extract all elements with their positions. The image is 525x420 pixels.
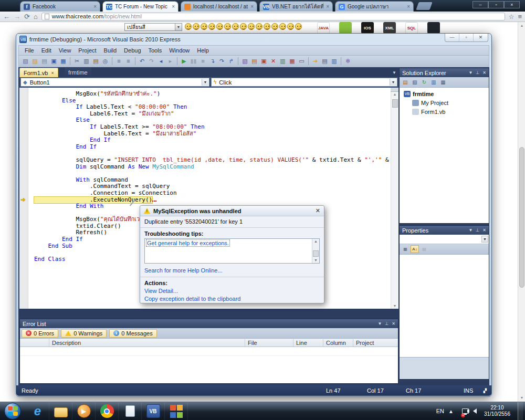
windows-explorer-icon[interactable] [49,402,72,420]
error-list-icon[interactable]: ✕ [269,57,278,66]
scroll-down-icon[interactable]: ▼ [391,304,398,308]
browser-tab[interactable]: localhost / localhost / att× [181,1,257,12]
smiley-emoticon-icon[interactable] [295,23,302,30]
scroll-down-icon[interactable]: ▼ [312,258,319,263]
view-designer-icon[interactable]: ▦ [439,78,447,86]
view-code-icon[interactable]: ▥ [429,78,438,86]
close-icon[interactable]: ✕ [482,228,486,233]
tips-scrollbar[interactable]: ▲ ▼ [312,239,319,263]
toolbox-icon[interactable]: ▦ [288,57,297,66]
tiles-app-icon[interactable] [165,402,188,420]
document-tab-frmtime[interactable]: frmtime [65,68,91,77]
column-header-file[interactable]: File [245,339,257,346]
notepad-icon[interactable] [119,402,142,420]
show-all-files-icon[interactable]: ▧ [411,78,419,86]
smiley-emoticon-icon[interactable] [279,23,286,30]
save-icon[interactable]: ▣ [49,57,58,66]
close-icon[interactable]: ✕ [316,207,320,214]
editor-vertical-scrollbar[interactable]: ▲ ▼ [391,88,398,309]
smiley-emoticon-icon[interactable] [240,23,247,30]
menu-icon[interactable]: ≡ [518,12,522,22]
column-header-line[interactable]: Line [293,339,307,346]
column-header-column[interactable]: Column [323,339,346,346]
categorized-icon[interactable]: ▦ [401,245,410,253]
step-out-icon[interactable]: ↱ [227,57,236,66]
smiley-emoticon-icon[interactable] [264,23,270,30]
watch-window-icon[interactable]: ▥ [330,57,339,66]
new-tab-button[interactable] [416,2,432,10]
splitter-handle[interactable] [391,88,398,92]
output-window-icon[interactable]: ▭ [297,57,306,66]
error-list-filter-0-errors[interactable]: ✕0 Errors [22,329,58,338]
color-select[interactable]: เปลี่ยนสี ▼ [124,23,182,31]
resize-grip-icon[interactable]: ▞ [484,388,487,393]
forward-icon[interactable]: → [14,12,20,22]
close-icon[interactable]: ✕ [392,321,395,326]
menu-edit[interactable]: Edit [38,46,55,55]
scrollbar-thumb[interactable] [519,147,524,288]
scrollbar-thumb[interactable] [392,99,398,108]
stop-icon[interactable]: ■ [198,57,207,66]
scroll-up-icon[interactable]: ▲ [519,23,524,28]
pause-icon[interactable]: ▮▮ [189,57,198,66]
properties-icon[interactable]: ▤ [401,78,410,86]
events-combo[interactable]: ϟ Click ▼ [211,78,397,87]
tab-close-icon[interactable]: × [51,70,54,76]
bookmark-star-icon[interactable]: ☆ [509,12,514,22]
call-stack-icon[interactable]: ▤ [320,57,329,66]
alphabetical-icon[interactable]: A↓ [411,245,419,253]
undo-icon[interactable]: ↶ [138,57,146,66]
speaker-icon[interactable] [473,408,477,414]
vs-minimize-button[interactable]: — [445,34,459,41]
vb-express-icon[interactable]: VB [142,402,165,420]
column-header-description[interactable]: Description [49,339,81,346]
smiley-emoticon-icon[interactable] [193,23,200,30]
navigate-back-icon[interactable]: ◂ [156,57,165,66]
language-indicator[interactable]: EN [436,408,444,414]
tree-item-form1-vb[interactable]: Form1.vb [400,107,489,116]
document-tab-form1-vb[interactable]: Form1.vb× [19,68,58,77]
browser-maximize-button[interactable]: ▫ [488,1,504,8]
browser-tab[interactable]: fFacebook× [20,1,100,12]
new-project-icon[interactable]: ▧ [21,57,30,66]
step-into-icon[interactable]: ↴ [208,57,217,66]
step-over-icon[interactable]: ↷ [217,57,226,66]
smiley-emoticon-icon[interactable] [216,23,223,30]
objects-combo[interactable]: ◆ Button1 ▼ [20,78,209,87]
smiley-emoticon-icon[interactable] [287,23,294,30]
immediate-window-icon[interactable]: ▥ [278,57,287,66]
smiley-emoticon-icon[interactable] [248,23,255,30]
vs-close-button[interactable]: ✕ [474,34,488,41]
object-browser-icon[interactable]: ▣ [259,57,268,66]
paste-icon[interactable]: ▤ [91,57,100,66]
refresh-icon[interactable]: ↻ [420,78,428,86]
solution-explorer-icon[interactable]: ▧ [240,57,249,66]
copy-icon[interactable]: ▥ [82,57,91,66]
show-desktop-button[interactable] [518,402,523,420]
auto-hide-pin-icon[interactable]: ⊥ [476,228,479,233]
save-all-icon[interactable]: ▦ [59,57,68,66]
scroll-down-icon[interactable]: ▼ [519,395,524,401]
smiley-emoticon-icon[interactable] [224,23,231,30]
home-icon[interactable]: ⌂ [34,12,38,22]
browser-minimize-button[interactable]: – [472,1,488,8]
properties-header[interactable]: Properties ▼ ⊥ ✕ [400,226,489,235]
start-button[interactable] [4,403,21,419]
menu-view[interactable]: View [55,46,75,55]
error-list-filter-0-messages[interactable]: i0 Messages [109,329,156,338]
menu-window[interactable]: Window [165,46,193,55]
search-help-online-link[interactable]: Search for more Help Online... [144,267,223,274]
general-help-link[interactable]: Get general help for exceptions. [146,240,229,246]
tab-close-icon[interactable]: × [326,4,329,9]
menu-build[interactable]: Build [100,46,120,55]
copy-exception-link[interactable]: Copy exception detail to the clipboard [144,296,240,302]
redo-icon[interactable]: ↷ [147,57,156,66]
scrollbar-thumb[interactable] [313,250,319,257]
properties-window-icon[interactable]: ▤ [250,57,259,66]
solution-explorer-header[interactable]: Solution Explorer ▼ ⊥ ✕ [400,68,489,77]
window-position-chevron-icon[interactable]: ▼ [468,228,472,233]
error-list-filter-0-warnings[interactable]: 0 Warnings [61,329,107,338]
window-position-chevron-icon[interactable]: ▼ [377,321,382,326]
tab-close-icon[interactable]: × [172,4,175,9]
scroll-up-icon[interactable]: ▲ [312,239,319,244]
